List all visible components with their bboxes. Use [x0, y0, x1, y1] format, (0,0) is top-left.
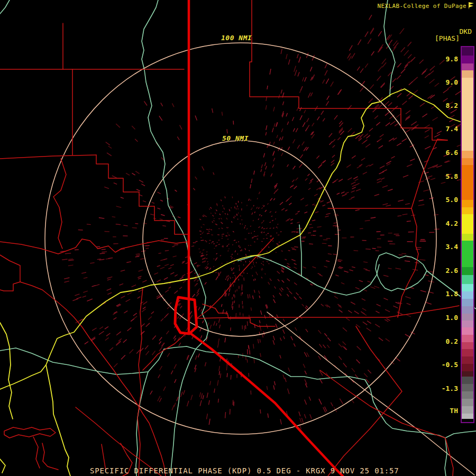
color-scale-tick-label: 5.8	[435, 172, 458, 180]
radar-echo	[198, 307, 200, 310]
radar-echo	[287, 287, 289, 290]
radar-echo	[215, 245, 217, 246]
radar-echo	[342, 194, 347, 196]
radar-echo	[208, 231, 209, 232]
radar-echo	[231, 327, 231, 331]
radar-echo	[283, 319, 285, 322]
radar-echo	[325, 70, 327, 76]
color-scale-segment	[462, 78, 473, 151]
radar-echo	[410, 159, 415, 161]
radar-echo	[273, 299, 276, 303]
radar-echo	[195, 115, 197, 120]
radar-echo	[253, 344, 254, 349]
radar-echo	[363, 134, 368, 138]
radar-echo	[140, 259, 144, 260]
radar-echo	[186, 263, 188, 264]
radar-echo	[388, 189, 392, 191]
radar-echo	[175, 190, 177, 191]
radar-echo	[263, 221, 264, 222]
radar-echo	[92, 328, 96, 331]
radar-echo	[261, 232, 262, 233]
radar-echo	[347, 53, 350, 58]
radar-echo	[321, 304, 324, 306]
radar-echo	[365, 249, 371, 250]
radar-echo	[294, 282, 297, 285]
radar-echo	[112, 176, 117, 178]
radar-echo	[148, 317, 152, 320]
radar-echo	[348, 310, 352, 313]
radar-echo	[396, 268, 401, 269]
radar-echo	[419, 60, 424, 64]
radar-echo	[180, 125, 182, 129]
radar-echo	[387, 318, 390, 321]
radar-echo	[292, 180, 294, 182]
radar-echo	[441, 182, 446, 184]
radar-echo	[273, 340, 274, 345]
radar-echo	[312, 55, 314, 61]
radar-echo	[429, 198, 434, 199]
radar-echo	[139, 290, 143, 292]
radar-echo	[262, 268, 263, 270]
radar-echo	[252, 275, 253, 277]
radar-echo	[216, 203, 217, 204]
color-scale-segment	[462, 321, 473, 327]
color-scale-segment	[462, 399, 473, 406]
radar-echo	[132, 227, 137, 228]
radar-echo	[365, 144, 370, 147]
radar-echo	[263, 256, 265, 257]
radar-echo	[352, 368, 355, 372]
radar-echo	[287, 164, 289, 167]
radar-echo	[169, 287, 171, 288]
radar-echo	[365, 63, 368, 68]
radar-echo	[377, 304, 381, 306]
radar-echo	[260, 409, 261, 414]
color-scale-segment	[462, 267, 473, 275]
radar-echo	[291, 259, 295, 261]
county-road-line	[42, 443, 58, 470]
radar-echo	[352, 155, 355, 158]
radar-echo	[432, 117, 437, 121]
river-line	[376, 253, 427, 291]
radar-echo	[220, 255, 221, 257]
radar-echo	[259, 320, 260, 323]
radar-echo	[281, 49, 282, 54]
radar-echo	[136, 350, 140, 354]
radar-echo	[354, 311, 359, 314]
radar-echo	[68, 259, 73, 260]
radar-echo	[295, 327, 297, 331]
radar-echo	[378, 139, 382, 141]
radar-echo	[304, 414, 306, 418]
radar-echo	[253, 279, 254, 281]
radar-echo	[273, 107, 274, 112]
radar-echo	[374, 115, 378, 118]
radar-echo	[227, 233, 228, 233]
radar-echo	[280, 202, 283, 205]
radar-echo	[201, 227, 202, 227]
radar-echo	[359, 280, 363, 282]
radar-echo	[331, 402, 333, 406]
radar-echo	[164, 278, 168, 280]
radar-echo	[344, 271, 348, 272]
radar-echo	[319, 274, 323, 276]
radar-echo	[422, 114, 427, 117]
radar-echo	[292, 249, 296, 250]
color-scale-bar	[461, 46, 474, 423]
radar-echo	[369, 128, 373, 131]
radar-echo	[398, 200, 403, 201]
radar-echo	[299, 57, 301, 62]
radar-echo	[277, 271, 280, 274]
radar-echo	[355, 184, 359, 186]
radar-echo	[363, 262, 368, 263]
radar-echo	[263, 261, 264, 262]
radar-echo	[364, 140, 368, 142]
radar-echo	[233, 284, 234, 287]
radar-echo	[263, 205, 264, 207]
radar-echo	[229, 209, 230, 212]
radar-echo	[312, 204, 314, 205]
radar-echo	[246, 228, 248, 230]
radar-echo	[318, 330, 322, 334]
radar-echo	[425, 147, 431, 149]
radar-echo	[159, 337, 162, 340]
radar-echo	[267, 86, 268, 89]
radar-echo	[254, 212, 255, 213]
